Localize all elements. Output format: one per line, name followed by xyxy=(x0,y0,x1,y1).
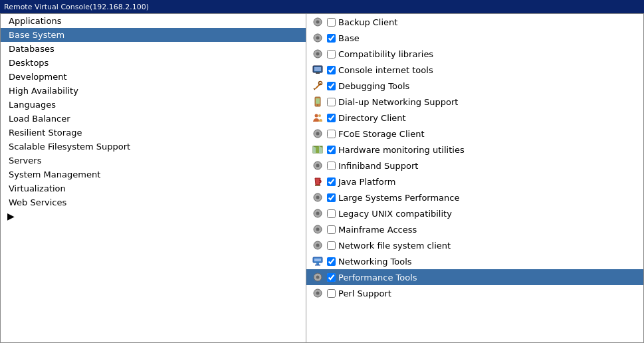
left-panel-item[interactable]: Resilient Storage xyxy=(1,126,306,140)
svg-point-34 xyxy=(316,276,320,279)
cursor-indicator: ▶ xyxy=(1,209,306,223)
svg-rect-8 xyxy=(314,67,321,71)
right-panel-item[interactable]: Legacy UNIX compatibility xyxy=(306,205,643,221)
right-panel-item[interactable]: Perl Support xyxy=(306,285,643,301)
item-checkbox[interactable] xyxy=(327,98,336,106)
item-checkbox[interactable] xyxy=(327,146,336,154)
gear-icon xyxy=(310,271,325,284)
left-panel-item[interactable]: Applications xyxy=(1,14,306,28)
item-label: Mainframe Access xyxy=(338,225,417,235)
gear-icon xyxy=(310,286,325,300)
right-panel-item[interactable]: Dial-up Networking Support xyxy=(306,94,643,110)
gear-icon xyxy=(310,127,325,140)
title-bar: Remote Virtual Console(192.168.2.100) xyxy=(0,0,644,13)
svg-rect-32 xyxy=(315,265,320,266)
item-checkbox[interactable] xyxy=(327,162,336,170)
svg-point-22 xyxy=(316,196,320,199)
window-title: Remote Virtual Console(192.168.2.100) xyxy=(4,3,149,11)
left-panel-item[interactable]: System Management xyxy=(1,168,306,181)
right-panel-item[interactable]: Directory Client xyxy=(306,110,643,126)
svg-point-16 xyxy=(316,132,320,136)
right-panel: Backup Client Base Compatibility librari… xyxy=(306,14,643,342)
svg-point-26 xyxy=(316,228,320,231)
gear-icon xyxy=(310,239,325,252)
svg-point-3 xyxy=(316,37,320,40)
item-checkbox[interactable] xyxy=(327,34,336,43)
people-icon xyxy=(310,111,325,124)
left-panel-item[interactable]: Databases xyxy=(1,42,306,56)
right-panel-item[interactable]: Infiniband Support xyxy=(306,158,643,173)
item-label: Backup Client xyxy=(338,17,397,27)
left-panel-item[interactable]: Servers xyxy=(1,154,306,168)
item-label: Infiniband Support xyxy=(338,161,418,171)
right-panel-item[interactable]: Java Platform xyxy=(306,173,643,189)
item-label: Perl Support xyxy=(338,288,391,298)
item-checkbox[interactable] xyxy=(327,114,336,122)
item-label: Networking Tools xyxy=(338,257,412,267)
svg-point-12 xyxy=(317,104,318,106)
item-checkbox[interactable] xyxy=(327,193,336,202)
left-panel: ApplicationsBase SystemDatabasesDesktops… xyxy=(1,14,306,342)
left-panel-item[interactable]: Web Services xyxy=(1,195,306,209)
item-checkbox[interactable] xyxy=(327,50,336,58)
right-panel-item[interactable]: Performance Tools xyxy=(306,269,643,285)
right-panel-item[interactable]: Compatibility libraries xyxy=(306,46,643,62)
gear-icon xyxy=(310,31,325,45)
left-panel-item[interactable]: High Availability xyxy=(1,84,306,98)
right-panel-item[interactable]: Hardware monitoring utilities xyxy=(306,142,643,158)
item-checkbox[interactable] xyxy=(327,257,336,266)
svg-point-5 xyxy=(316,53,320,56)
right-panel-item[interactable]: Network file system client xyxy=(306,237,643,253)
left-panel-item[interactable]: Development xyxy=(1,70,306,84)
gear-icon xyxy=(310,223,325,236)
gear-icon xyxy=(310,47,325,60)
map-icon xyxy=(310,143,325,156)
gear-icon xyxy=(310,15,325,29)
item-checkbox[interactable] xyxy=(327,241,336,250)
item-label: Legacy UNIX compatibility xyxy=(338,209,452,219)
item-checkbox[interactable] xyxy=(327,209,336,218)
cup-icon xyxy=(310,175,325,188)
item-checkbox[interactable] xyxy=(327,18,336,27)
monitor-icon xyxy=(310,63,325,76)
item-label: Performance Tools xyxy=(338,273,417,283)
left-panel-item[interactable]: Load Balancer xyxy=(1,112,306,126)
left-panel-item[interactable]: Scalable Filesystem Support xyxy=(1,140,306,154)
right-panel-item[interactable]: Mainframe Access xyxy=(306,221,643,237)
item-checkbox[interactable] xyxy=(327,66,336,74)
phone-icon xyxy=(310,95,325,108)
right-panel-item[interactable]: Networking Tools xyxy=(306,253,643,269)
item-label: Debugging Tools xyxy=(338,81,409,91)
right-panel-item[interactable]: Backup Client xyxy=(306,14,643,30)
right-panel-item[interactable]: FCoE Storage Client xyxy=(306,126,643,142)
svg-rect-30 xyxy=(314,259,321,261)
right-panel-item[interactable]: Large Systems Performance xyxy=(306,189,643,205)
right-panel-item[interactable]: Base xyxy=(306,30,643,46)
svg-point-36 xyxy=(316,292,320,295)
right-panel-item[interactable]: Console internet tools xyxy=(306,62,643,78)
item-checkbox[interactable] xyxy=(327,289,336,298)
svg-rect-7 xyxy=(316,72,320,74)
left-panel-item[interactable]: Base System xyxy=(1,28,306,42)
svg-rect-11 xyxy=(316,98,320,104)
gear-icon xyxy=(310,159,325,172)
left-panel-item[interactable]: Desktops xyxy=(1,56,306,70)
left-panel-item[interactable]: Languages xyxy=(1,98,306,112)
item-label: Java Platform xyxy=(338,177,395,187)
svg-rect-20 xyxy=(315,185,320,186)
item-label: Base xyxy=(338,33,360,43)
item-checkbox[interactable] xyxy=(327,130,336,138)
item-checkbox[interactable] xyxy=(327,273,336,282)
item-checkbox[interactable] xyxy=(327,177,336,186)
left-panel-item[interactable]: Virtualization xyxy=(1,181,306,195)
svg-point-24 xyxy=(316,212,320,215)
item-checkbox[interactable] xyxy=(327,225,336,234)
item-checkbox[interactable] xyxy=(327,82,336,90)
right-panel-item[interactable]: Debugging Tools xyxy=(306,78,643,94)
item-label: Large Systems Performance xyxy=(338,193,459,203)
item-label: Compatibility libraries xyxy=(338,49,433,59)
gear-icon xyxy=(310,207,325,220)
network-icon xyxy=(310,255,325,268)
svg-rect-31 xyxy=(316,263,319,265)
item-label: Hardware monitoring utilities xyxy=(338,145,465,155)
